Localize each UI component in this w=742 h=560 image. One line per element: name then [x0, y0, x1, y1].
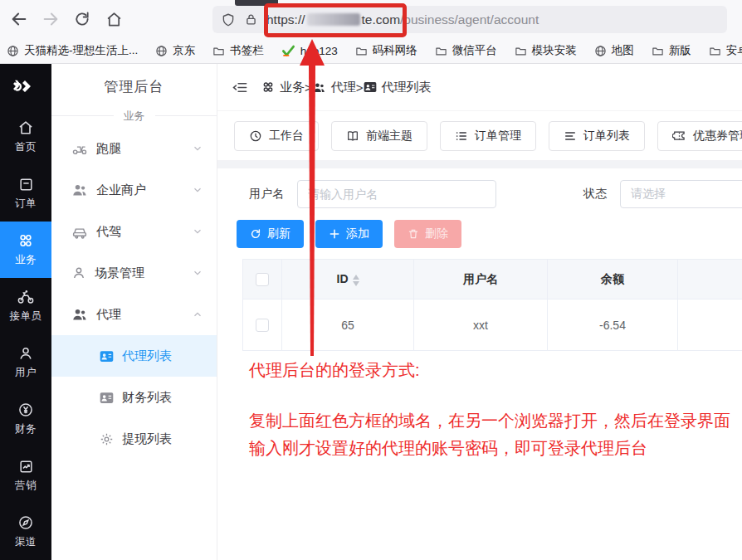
refresh-button[interactable]: 刷新	[237, 220, 304, 248]
main-content: 业务 > 代理 > 代理列表 工作台	[217, 64, 742, 560]
refresh-icon[interactable]	[70, 7, 95, 32]
bookmark-hao123[interactable]: hao123	[281, 45, 338, 57]
username-input[interactable]	[297, 180, 496, 208]
ticket-icon	[672, 129, 686, 143]
breadcrumb-business[interactable]: 业务	[261, 80, 305, 95]
workbench-button[interactable]: 工作台	[234, 121, 319, 151]
button-label: 订单列表	[583, 129, 630, 144]
sidebar-subitem-agent-list[interactable]: 代理列表	[51, 335, 217, 377]
url-redacted-domain	[307, 13, 360, 26]
frontend-theme-button[interactable]: 前端主题	[331, 121, 427, 151]
button-label: 工作台	[269, 129, 304, 144]
folder-icon	[652, 45, 664, 57]
ordered-list-icon	[455, 129, 468, 143]
cell-id: 65	[282, 299, 414, 351]
bookmark-folder-shuqianlan[interactable]: 书签栏	[212, 43, 264, 58]
url-bar[interactable]: https://te.com/business/agent/account	[212, 6, 727, 33]
agent-table: ID 用户名 余额 代理 65 xxt -6.54 西乡塘	[242, 259, 742, 351]
sidebar-subitem-finance-list[interactable]: 财务列表	[51, 377, 217, 418]
app-logo-icon[interactable]	[0, 64, 51, 109]
sidebar-subitem-withdraw-list[interactable]: 提现列表	[51, 418, 217, 460]
rail-item-couriers[interactable]: 接单员	[0, 278, 51, 334]
folder-icon	[212, 45, 225, 57]
bookmark-wechat-platform[interactable]: 微信平台	[435, 43, 497, 58]
table-header-row: ID 用户名 余额 代理	[243, 260, 742, 299]
sidebar-item-enterprise-merchant[interactable]: 企业商户	[51, 169, 217, 211]
bookmark-label: 京东	[173, 43, 195, 58]
chevron-down-icon	[192, 267, 203, 279]
rail-item-label: 营销	[15, 479, 37, 493]
lock-icon[interactable]	[244, 12, 258, 27]
delete-button[interactable]: 删除	[394, 220, 461, 248]
sidebar-section-divider: 业务	[51, 108, 217, 123]
clock-icon	[249, 129, 262, 143]
globe-icon	[594, 45, 607, 57]
collapse-sidebar-icon[interactable]	[232, 80, 248, 95]
status-select[interactable]: 请选择	[620, 180, 742, 208]
rail-item-orders[interactable]: 订单	[0, 165, 51, 222]
bookmark-android-ios[interactable]: 安卓&IOS上架	[709, 43, 742, 58]
sidebar-item-errand[interactable]: 跑腿	[51, 128, 217, 169]
shield-icon[interactable]	[221, 12, 236, 27]
id-card-icon	[100, 392, 114, 404]
column-header-label: ID	[337, 272, 349, 285]
sort-icon[interactable]	[353, 275, 359, 286]
rail-item-label: 用户	[15, 366, 37, 380]
bookmark-tmall[interactable]: 天猫精选-理想生活上...	[7, 43, 138, 58]
folder-icon	[709, 45, 721, 57]
rail-item-business[interactable]: 业务	[0, 222, 51, 278]
bookmark-jd[interactable]: 京东	[155, 43, 195, 58]
sidebar-item-label: 场景管理	[95, 265, 144, 281]
business-grid-icon	[17, 232, 34, 249]
admin-app: 首页 订单 业务 接单员 用户 财务	[0, 64, 742, 560]
bookmark-module-install[interactable]: 模块安装	[515, 43, 577, 58]
back-icon[interactable]	[7, 7, 32, 32]
person-outline-icon	[71, 265, 86, 280]
order-management-button[interactable]: 订单管理	[440, 121, 536, 151]
bookmark-label: 书签栏	[230, 43, 264, 58]
chevron-down-icon	[192, 226, 203, 237]
sidebar-subitem-label: 提现列表	[122, 431, 172, 447]
user-icon	[17, 345, 34, 362]
rail-item-finance[interactable]: 财务	[0, 391, 51, 447]
sidebar-item-label: 代驾	[96, 224, 121, 240]
sidebar-item-agent[interactable]: 代理	[51, 294, 217, 335]
home-icon	[17, 119, 34, 136]
bookmark-label: 安卓&IOS上架	[726, 43, 742, 58]
rail-item-channels[interactable]: 渠道	[0, 504, 51, 560]
select-all-checkbox[interactable]	[256, 273, 269, 286]
sidebar-item-label: 跑腿	[96, 141, 121, 157]
breadcrumb-label: 代理	[331, 80, 356, 95]
rail-item-marketing[interactable]: 营销	[0, 447, 51, 504]
row-checkbox[interactable]	[256, 319, 269, 332]
bookmark-make[interactable]: 码科网络	[355, 43, 417, 58]
cell-username: xxt	[414, 299, 548, 351]
add-button[interactable]: 添加	[315, 220, 383, 248]
chevron-down-icon	[192, 143, 203, 154]
bookmark-map[interactable]: 地图	[594, 43, 634, 58]
sidebar-menu: 跑腿 企业商户 代驾 场景管理	[51, 128, 217, 460]
bookmark-label: hao123	[300, 45, 338, 57]
bookmark-new-version[interactable]: 新版	[652, 43, 691, 58]
rail-item-users[interactable]: 用户	[0, 334, 51, 391]
order-list-button[interactable]: 订单列表	[549, 121, 645, 151]
sidebar-item-scene-management[interactable]: 场景管理	[51, 252, 217, 294]
column-header-id[interactable]: ID	[282, 260, 414, 299]
list-icon	[564, 129, 577, 143]
column-header-username: 用户名	[414, 260, 548, 299]
primary-rail: 首页 订单 业务 接单员 用户 财务	[0, 64, 51, 560]
sidebar-item-driving[interactable]: 代驾	[51, 211, 217, 252]
bookmark-label: 微信平台	[452, 43, 497, 58]
rail-item-label: 业务	[15, 253, 37, 267]
forward-icon[interactable]	[38, 7, 63, 32]
bookmark-label: 地图	[612, 43, 634, 58]
people-icon	[312, 81, 326, 94]
cell-agent-area: 西乡塘	[678, 299, 742, 351]
coupon-management-button[interactable]: 优惠券管理	[657, 121, 742, 151]
folder-icon	[515, 45, 527, 57]
breadcrumb-agent-list: 代理列表	[364, 80, 432, 95]
url-scheme: https://	[266, 12, 305, 27]
breadcrumb-agent[interactable]: 代理	[312, 80, 356, 95]
rail-item-home[interactable]: 首页	[0, 109, 51, 165]
home-icon[interactable]	[101, 7, 126, 32]
